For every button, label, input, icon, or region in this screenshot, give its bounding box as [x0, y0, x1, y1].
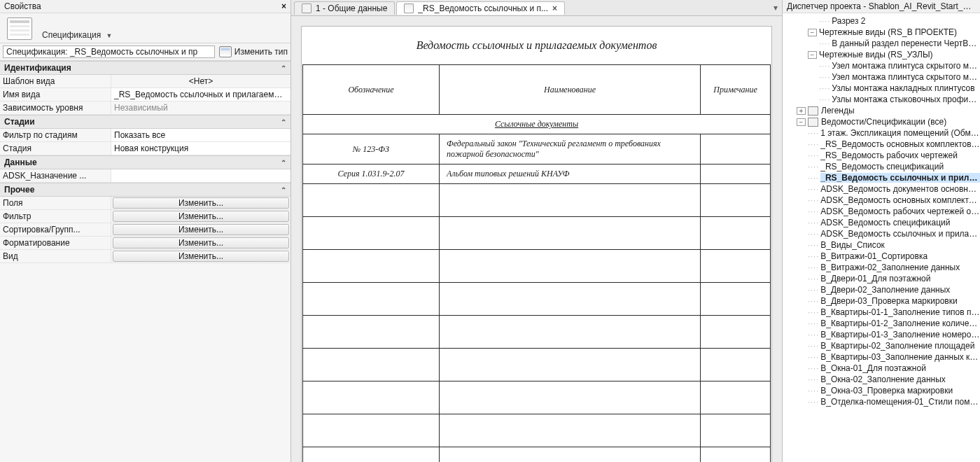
project-tree[interactable]: ····Разрез 2−Чертежные виды (RS_В ПРОЕКТ… [783, 13, 980, 462]
table-row[interactable] [303, 414, 771, 447]
table-row[interactable] [303, 349, 771, 382]
table-row[interactable] [303, 382, 771, 414]
close-icon[interactable]: × [552, 4, 557, 13]
property-category[interactable]: Идентификация⌃ [0, 61, 290, 75]
tree-node[interactable]: ····В_Витражи-02_Заполнение данных [783, 262, 980, 273]
tree-node[interactable]: ····В_Витражи-01_Сортировка [783, 251, 980, 262]
property-edit-button[interactable]: Изменить... [113, 224, 289, 235]
cell-name[interactable]: Федеральный закон "Технический регламент… [440, 134, 701, 164]
expand-icon[interactable]: + [797, 107, 806, 115]
property-key: Вид [0, 250, 111, 262]
type-selector[interactable]: Спецификация: _RS_Ведомость ссылочных и … [3, 46, 215, 58]
tree-node[interactable]: ····ADSK_Ведомость документов основного … [783, 183, 980, 195]
table-row[interactable] [303, 250, 771, 283]
property-value[interactable]: Независимый [111, 102, 290, 114]
tree-node[interactable]: ····Узел монтажа плинтуса скрытого монта… [783, 60, 980, 71]
tree-node[interactable]: ····В_Квартиры-01-2_Заполнение количеств… [783, 318, 980, 329]
collapse-icon[interactable]: − [808, 29, 817, 36]
tree-node[interactable]: ····В_Виды_Список [783, 239, 980, 251]
tree-node-label: В_Виды_Список [820, 240, 885, 250]
view-tab[interactable]: 1 - Общие данные [294, 1, 395, 15]
tree-node[interactable]: −Чертежные виды (RS_В ПРОЕКТЕ) [783, 27, 980, 38]
tree-node[interactable]: ····В_Квартиры-02_Заполнение площадей [783, 340, 980, 351]
tree-node[interactable]: ····Узел монтажа плинтуса скрытого монта… [783, 71, 980, 83]
tree-node[interactable]: ····Узлы монтажа накладных плинтусов [783, 83, 980, 94]
tree-node-label: В_Отделка-помещения-01_Стили помещени [820, 397, 980, 407]
table-row[interactable] [303, 283, 771, 316]
tree-node[interactable]: ····В_Квартиры-03_Заполнение данных квар… [783, 351, 980, 363]
view-tab[interactable]: _RS_Ведомость ссылочных и п...× [396, 1, 565, 15]
tree-connector: ···· [808, 286, 819, 294]
tree-node[interactable]: ····ADSK_Ведомость основных комплектов р… [783, 195, 980, 206]
property-value[interactable]: Новая конструкция [111, 142, 290, 155]
property-value[interactable] [111, 169, 290, 182]
tree-node[interactable]: +Легенды [783, 105, 980, 116]
chevron-down-icon[interactable]: ▼ [106, 32, 113, 39]
tree-node-label: В_Квартиры-03_Заполнение данных квартир [820, 352, 980, 362]
tree-node[interactable]: ····_RS_Ведомость основных комплектов ра… [783, 139, 980, 150]
tabs-overflow-icon[interactable]: ▾ [769, 3, 782, 13]
tree-node-label: _RS_Ведомость ссылочных и прилагаемых [820, 173, 980, 183]
property-edit-button[interactable]: Изменить... [113, 251, 289, 262]
tree-node[interactable]: ····ADSK_Ведомость спецификаций [783, 217, 980, 228]
chevron-up-icon: ⌃ [281, 186, 286, 194]
close-icon[interactable]: × [281, 1, 286, 11]
table-row[interactable] [303, 184, 771, 217]
table-row[interactable]: № 123-ФЗФедеральный закон "Технический р… [303, 134, 771, 164]
schedule-title: Ведомость ссылочных и прилагаемых докуме… [302, 39, 771, 52]
cell-note[interactable] [701, 164, 771, 184]
edit-type-button[interactable]: Изменить тип [219, 46, 288, 57]
collapse-icon[interactable]: − [808, 51, 817, 59]
tree-node[interactable]: ····В данный раздел перенести ЧертВиды д [783, 38, 980, 49]
tree-node[interactable]: ····_RS_Ведомость ссылочных и прилагаемы… [783, 172, 980, 183]
cell-designation[interactable]: Серия 1.031.9-2.07 [303, 164, 440, 184]
tree-node[interactable]: ····_RS_Ведомость спецификаций [783, 161, 980, 172]
tree-node[interactable]: ····В_Двери-03_Проверка маркировки [783, 295, 980, 307]
schedule-table[interactable]: Обозначение Наименование Примечание Ссыл… [302, 64, 771, 462]
tree-node[interactable]: −Чертежные виды (RS_УЗЛЫ) [783, 49, 980, 60]
tree-node[interactable]: ····В_Окна-03_Проверка маркировки [783, 385, 980, 396]
col-header-b[interactable]: Наименование [440, 65, 701, 115]
tree-node[interactable]: ····В_Отделка-помещения-01_Стили помещен… [783, 396, 980, 407]
tree-node[interactable]: ····Узлы монтажа стыковочных профилей [783, 94, 980, 105]
property-category[interactable]: Данные⌃ [0, 155, 290, 169]
cell-designation[interactable]: № 123-ФЗ [303, 134, 440, 164]
chevron-up-icon: ⌃ [281, 118, 286, 126]
canvas[interactable]: Ведомость ссылочных и прилагаемых докуме… [291, 16, 782, 462]
tree-node[interactable]: −Ведомости/Спецификации (все) [783, 116, 980, 127]
collapse-icon[interactable]: − [797, 118, 806, 126]
tree-node[interactable]: ····В_Окна-02_Заполнение данных [783, 374, 980, 385]
table-row[interactable] [303, 316, 771, 349]
tree-connector: ···· [808, 297, 819, 305]
tree-node[interactable]: ····В_Квартиры-01-3_Заполнение номеров к… [783, 329, 980, 340]
tree-connector: ···· [808, 364, 819, 372]
col-header-c[interactable]: Примечание [701, 65, 771, 115]
table-row[interactable] [303, 447, 771, 463]
tree-node[interactable]: ····В_Двери-01_Для поэтажной [783, 273, 980, 284]
schedule-subtitle[interactable]: Ссылочные документы [303, 115, 771, 134]
tree-node[interactable]: ····В_Двери-02_Заполнение данных [783, 284, 980, 295]
property-edit-button[interactable]: Изменить... [113, 237, 289, 248]
tree-node[interactable]: ····В_Квартиры-01-1_Заполнение типов пом… [783, 307, 980, 318]
tree-node-label: Разрез 2 [832, 16, 865, 26]
table-row[interactable] [303, 217, 771, 250]
property-category[interactable]: Стадии⌃ [0, 115, 290, 129]
table-row[interactable]: Серия 1.031.9-2.07Альбом типовых решений… [303, 164, 771, 184]
tree-node[interactable]: ····_RS_Ведомость рабочих чертежей [783, 150, 980, 161]
tree-node[interactable]: ····В_Окна-01_Для поэтажной [783, 363, 980, 374]
tree-node[interactable]: ····ADSK_Ведомость ссылочных и прилагаем… [783, 228, 980, 239]
tree-node[interactable]: ····Разрез 2 [783, 15, 980, 27]
property-edit-button[interactable]: Изменить... [113, 197, 289, 209]
tree-node[interactable]: ····1 этаж. Экспликация помещений (Обмер… [783, 127, 980, 139]
col-header-a[interactable]: Обозначение [303, 65, 440, 115]
property-value[interactable]: _RS_Ведомость ссылочных и прилагаемых ..… [111, 88, 290, 101]
tree-node[interactable]: ····ADSK_Ведомость рабочих чертежей осно… [783, 206, 980, 217]
cell-name[interactable]: Альбом типовых решений КНАУФ [440, 164, 701, 184]
property-category[interactable]: Прочее⌃ [0, 183, 290, 197]
property-value[interactable]: Показать все [111, 129, 290, 141]
property-edit-button[interactable]: Изменить... [113, 211, 289, 222]
schedule-icon[interactable] [7, 18, 32, 40]
edit-type-icon [219, 46, 232, 57]
property-value[interactable]: <Нет> [111, 75, 290, 88]
cell-note[interactable] [701, 134, 771, 164]
